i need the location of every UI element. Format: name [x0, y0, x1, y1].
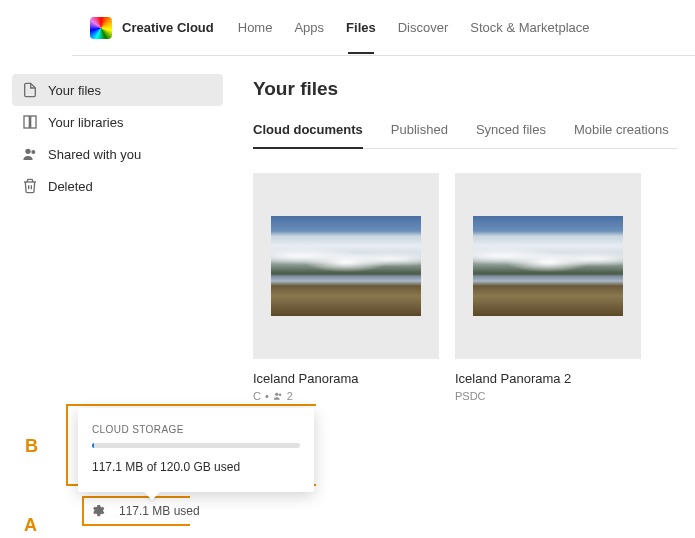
- annotation-letter-b: B: [25, 436, 38, 457]
- svg-rect-1: [31, 116, 36, 128]
- shared-people-icon: [273, 391, 283, 401]
- brand-title: Creative Cloud: [122, 20, 214, 35]
- topnav-home[interactable]: Home: [238, 2, 273, 53]
- file-meta: PSDC: [455, 390, 641, 402]
- meta-separator: •: [265, 390, 269, 402]
- file-title: Iceland Panorama: [253, 371, 439, 386]
- sidebar-item-label: Your libraries: [48, 115, 123, 130]
- tab-cloud-documents[interactable]: Cloud documents: [253, 122, 363, 149]
- file-card: Iceland Panorama C • 2: [253, 173, 439, 402]
- sidebar-item-shared[interactable]: Shared with you: [12, 138, 223, 170]
- trash-icon: [22, 178, 38, 194]
- sidebar-item-your-libraries[interactable]: Your libraries: [12, 106, 223, 138]
- file-tabs: Cloud documents Published Synced files M…: [253, 122, 677, 149]
- landscape-photo-icon: [473, 216, 623, 316]
- topnav-stock[interactable]: Stock & Marketplace: [470, 2, 589, 53]
- shared-count: 2: [287, 390, 293, 402]
- people-icon: [22, 146, 38, 162]
- file-card: Iceland Panorama 2 PSDC: [455, 173, 641, 402]
- gear-icon[interactable]: [90, 503, 105, 518]
- landscape-photo-icon: [271, 216, 421, 316]
- file-title: Iceland Panorama 2: [455, 371, 641, 386]
- file-grid: Iceland Panorama C • 2 Iceland Panorama …: [253, 173, 677, 402]
- storage-used-text: 117.1 MB of 120.0 GB used: [92, 460, 300, 474]
- file-type-label: PSDC: [455, 390, 486, 402]
- file-thumbnail[interactable]: [253, 173, 439, 359]
- file-type-label: C: [253, 390, 261, 402]
- file-thumbnail[interactable]: [455, 173, 641, 359]
- file-icon: [22, 82, 38, 98]
- topnav-apps[interactable]: Apps: [294, 2, 324, 53]
- tab-synced-files[interactable]: Synced files: [476, 122, 546, 148]
- svg-point-3: [31, 150, 35, 154]
- libraries-icon: [22, 114, 38, 130]
- sidebar-item-label: Your files: [48, 83, 101, 98]
- svg-point-5: [279, 394, 282, 397]
- storage-status-strip: 117.1 MB used: [90, 503, 200, 518]
- adobe-cc-logo-icon: [90, 17, 112, 39]
- storage-progress-bar: [92, 443, 300, 448]
- annotation-letter-a: A: [24, 515, 37, 536]
- top-bar: Creative Cloud Home Apps Files Discover …: [72, 0, 695, 56]
- sidebar-item-your-files[interactable]: Your files: [12, 74, 223, 106]
- popover-title: CLOUD STORAGE: [92, 424, 300, 435]
- topnav-files[interactable]: Files: [346, 2, 376, 53]
- svg-rect-0: [24, 116, 29, 128]
- top-nav: Home Apps Files Discover Stock & Marketp…: [238, 2, 590, 53]
- file-meta: C • 2: [253, 390, 439, 402]
- topnav-discover[interactable]: Discover: [398, 2, 449, 53]
- tab-mobile-creations[interactable]: Mobile creations: [574, 122, 669, 148]
- svg-point-4: [275, 393, 278, 396]
- storage-strip-text: 117.1 MB used: [119, 504, 200, 518]
- storage-progress-fill: [92, 443, 94, 448]
- page-title: Your files: [253, 78, 677, 100]
- sidebar-item-deleted[interactable]: Deleted: [12, 170, 223, 202]
- tab-published[interactable]: Published: [391, 122, 448, 148]
- svg-point-2: [25, 149, 30, 154]
- sidebar-item-label: Deleted: [48, 179, 93, 194]
- cloud-storage-popover: CLOUD STORAGE 117.1 MB of 120.0 GB used: [78, 408, 314, 492]
- sidebar-item-label: Shared with you: [48, 147, 141, 162]
